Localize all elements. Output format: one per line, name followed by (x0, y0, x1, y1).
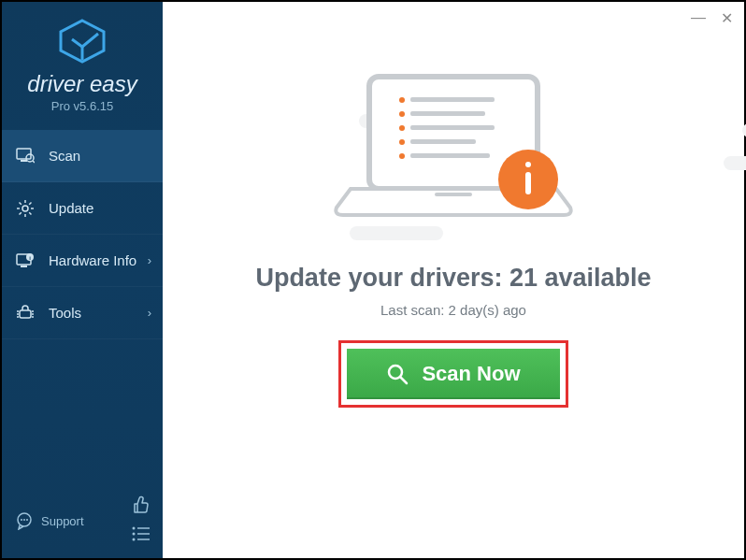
svg-rect-16 (21, 266, 27, 267)
chat-icon (15, 511, 34, 530)
chevron-right-icon: › (148, 253, 151, 267)
svg-point-37 (399, 97, 405, 103)
svg-line-11 (20, 202, 22, 204)
last-scan-line: Last scan: 2 day(s) ago (380, 302, 526, 318)
magnifier-icon (386, 363, 409, 385)
close-button[interactable]: ✕ (718, 9, 735, 27)
thumbs-up-icon[interactable] (131, 495, 153, 517)
svg-rect-50 (525, 172, 531, 194)
sidebar-item-scan[interactable]: Scan (2, 130, 163, 182)
svg-point-49 (525, 162, 531, 167)
svg-point-45 (399, 153, 405, 159)
chevron-right-icon: › (148, 306, 151, 320)
svg-point-28 (23, 519, 25, 521)
svg-point-39 (399, 111, 405, 117)
svg-point-30 (133, 527, 136, 530)
brand-subtitle: Pro v5.6.15 (13, 99, 151, 113)
svg-rect-38 (410, 97, 495, 102)
nav: Scan Update i Hardware Info › Tools (2, 130, 163, 339)
hardware-info-icon: i (15, 251, 36, 271)
content: Update your drivers: 21 available Last s… (163, 2, 744, 558)
laptop-illustration (313, 67, 594, 236)
svg-rect-40 (410, 111, 485, 116)
svg-point-31 (133, 533, 136, 536)
sidebar-bottom: Support (2, 495, 163, 547)
svg-rect-44 (410, 139, 476, 144)
sidebar-item-tools[interactable]: Tools › (2, 287, 163, 339)
sidebar-item-update[interactable]: Update (2, 182, 163, 235)
gear-icon (15, 198, 36, 219)
svg-point-29 (26, 519, 28, 521)
support-link[interactable]: Support (15, 511, 84, 530)
scan-button-label: Scan Now (422, 362, 520, 386)
list-icon[interactable] (131, 524, 153, 547)
svg-rect-42 (410, 125, 495, 130)
svg-line-13 (29, 202, 31, 204)
sidebar-item-label: Hardware Info (49, 252, 136, 268)
svg-rect-46 (410, 153, 490, 158)
svg-point-27 (21, 519, 22, 521)
brand-block: driver easy Pro v5.6.15 (2, 2, 163, 122)
scan-button-highlight: Scan Now (338, 340, 567, 408)
svg-point-41 (399, 125, 405, 131)
svg-line-52 (400, 377, 407, 383)
tools-icon (15, 303, 36, 323)
lastscan-value: 2 day(s) ago (449, 302, 526, 318)
lastscan-prefix: Last scan: (380, 302, 449, 318)
main-panel: — ✕ (163, 2, 744, 558)
scan-icon (15, 146, 36, 166)
svg-line-12 (29, 212, 31, 214)
svg-point-43 (399, 139, 405, 145)
minimize-button[interactable]: — (690, 9, 707, 27)
sidebar-footer-icons (131, 495, 153, 547)
headline-prefix: Update your drivers: (255, 264, 509, 292)
window-controls: — ✕ (690, 9, 735, 27)
sidebar-item-label: Tools (49, 305, 81, 321)
svg-point-32 (133, 538, 136, 541)
sidebar-item-label: Update (49, 200, 93, 216)
headline-suffix: available (538, 264, 652, 292)
svg-rect-19 (20, 310, 31, 318)
support-label: Support (41, 514, 84, 528)
scan-now-button[interactable]: Scan Now (347, 349, 559, 399)
sidebar-item-label: Scan (49, 148, 80, 164)
svg-line-14 (20, 212, 22, 214)
app-logo-icon (57, 19, 108, 64)
headline: Update your drivers: 21 available (255, 264, 651, 293)
app-window: driver easy Pro v5.6.15 Scan Update i (0, 0, 746, 560)
svg-rect-47 (435, 193, 472, 196)
svg-point-4 (26, 154, 34, 162)
sidebar-item-hardware-info[interactable]: i Hardware Info › (2, 235, 163, 287)
svg-point-6 (22, 206, 28, 211)
svg-line-5 (33, 161, 35, 163)
sidebar: driver easy Pro v5.6.15 Scan Update i (2, 2, 163, 558)
brand-name: driver easy (13, 71, 151, 97)
available-count: 21 (509, 264, 538, 292)
